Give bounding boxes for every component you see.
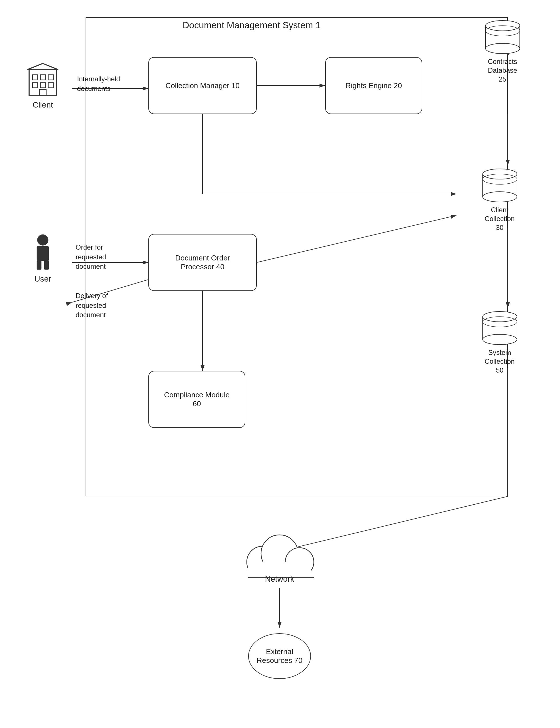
- svg-rect-26: [37, 246, 49, 261]
- system-collection-db: SystemCollection50: [474, 308, 526, 375]
- svg-point-35: [483, 192, 517, 202]
- svg-rect-18: [33, 75, 38, 80]
- client-label: Client: [17, 100, 68, 110]
- svg-rect-20: [48, 75, 53, 80]
- svg-rect-28: [44, 260, 49, 270]
- external-resources-block: ExternalResources 70: [234, 633, 325, 679]
- svg-rect-21: [33, 83, 38, 88]
- compliance-module-label: Compliance Module60: [164, 391, 230, 408]
- system-collection-label: SystemCollection50: [474, 348, 526, 375]
- building-icon: [26, 63, 60, 97]
- delivery-label: Delivery ofrequesteddocument: [76, 291, 108, 320]
- svg-point-39: [483, 334, 517, 345]
- person-icon: [29, 234, 57, 271]
- order-label: Order forrequesteddocument: [76, 242, 106, 271]
- svg-point-31: [486, 43, 520, 54]
- client-collection-label: ClientCollection30: [474, 205, 526, 232]
- svg-rect-19: [41, 75, 46, 80]
- contracts-db-icon: [480, 17, 525, 54]
- cloud-icon: [234, 531, 325, 582]
- doc-order-processor-box: Document OrderProcessor 40: [148, 234, 257, 291]
- client-collection-db: ClientCollection30: [474, 165, 526, 232]
- external-resources-label: ExternalResources 70: [257, 647, 302, 665]
- svg-point-25: [37, 234, 48, 245]
- external-resources-circle: ExternalResources 70: [248, 633, 311, 679]
- rights-engine-box: Rights Engine 20: [325, 57, 422, 114]
- contracts-db: ContractsDatabase25: [479, 17, 526, 84]
- rights-engine-label: Rights Engine 20: [345, 81, 402, 90]
- collection-manager-label: Collection Manager 10: [165, 81, 240, 90]
- contracts-db-label: ContractsDatabase25: [479, 57, 526, 84]
- svg-marker-17: [27, 63, 58, 70]
- system-title: Document Management System 1: [183, 20, 321, 31]
- client-collection-icon: [477, 165, 523, 203]
- collection-manager-box: Collection Manager 10: [148, 57, 257, 114]
- svg-rect-23: [48, 83, 53, 88]
- svg-rect-27: [37, 260, 42, 270]
- network-cloud: Network: [234, 531, 325, 584]
- internally-held-label: Internally-helddocuments: [77, 74, 120, 93]
- doc-order-processor-label: Document OrderProcessor 40: [175, 254, 230, 271]
- diagram-container: Document Management System 1 Client Inte…: [0, 0, 560, 728]
- user-block: User: [17, 234, 68, 284]
- svg-rect-24: [39, 90, 46, 95]
- svg-rect-22: [41, 83, 46, 88]
- compliance-module-box: Compliance Module60: [148, 371, 245, 428]
- user-label: User: [17, 274, 68, 284]
- client-block: Client: [17, 63, 68, 110]
- system-collection-icon: [477, 308, 523, 345]
